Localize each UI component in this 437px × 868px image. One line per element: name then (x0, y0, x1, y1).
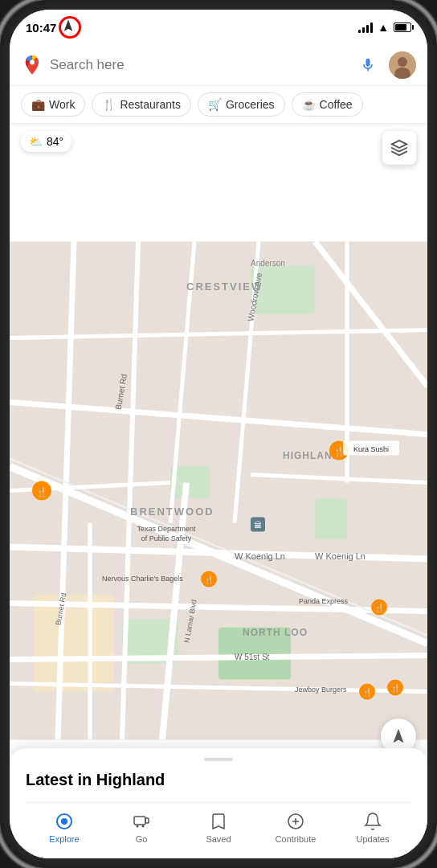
bottom-sheet: Latest in Highland Explore (10, 748, 427, 858)
svg-text:W Koenig Ln: W Koenig Ln (315, 551, 366, 561)
svg-point-67 (142, 825, 145, 828)
categories-bar: 💼 Work 🍴 Restaurants 🛒 Groceries ☕ Coffe… (10, 86, 427, 123)
category-coffee[interactable]: ☕ Coffee (292, 92, 363, 117)
contribute-label: Contribute (276, 834, 317, 844)
go-icon (131, 811, 152, 832)
svg-text:🍴: 🍴 (362, 687, 373, 698)
svg-text:BRENTWOOD: BRENTWOOD (130, 506, 214, 518)
svg-text:🍴: 🍴 (390, 683, 401, 694)
svg-rect-10 (34, 596, 114, 692)
svg-text:Texas Department: Texas Department (137, 525, 196, 533)
nav-explore[interactable]: Explore (40, 811, 88, 844)
nav-updates[interactable]: Updates (349, 811, 397, 844)
svg-text:NORTH LOO: NORTH LOO (243, 627, 308, 638)
coffee-icon: ☕ (302, 98, 316, 111)
nav-saved[interactable]: Saved (194, 811, 243, 844)
groceries-label: Groceries (226, 98, 275, 111)
contribute-icon (285, 811, 306, 832)
phone-frame: 10:47 ▲ (0, 0, 437, 868)
explore-icon (54, 811, 75, 832)
location-circle-highlight (59, 16, 81, 39)
signal-bar-4 (370, 23, 373, 33)
content-area: 💼 Work 🍴 Restaurants 🛒 Groceries ☕ Coffe… (10, 45, 427, 858)
bottom-nav: Explore Go (26, 802, 411, 858)
phone-screen: 10:47 ▲ (10, 10, 427, 858)
svg-text:🍴: 🍴 (204, 575, 214, 585)
search-input-area[interactable] (21, 54, 347, 76)
explore-label: Explore (49, 834, 79, 844)
maps-logo-icon (21, 54, 43, 76)
search-input[interactable] (50, 57, 347, 73)
battery-fill (395, 24, 406, 31)
coffee-label: Coffee (320, 98, 353, 111)
svg-line-14 (10, 656, 427, 660)
layers-button[interactable] (382, 131, 416, 165)
signal-bars (358, 22, 373, 33)
status-left: 10:47 (26, 18, 79, 36)
saved-icon (208, 811, 229, 832)
category-restaurants[interactable]: 🍴 Restaurants (92, 92, 190, 117)
svg-text:Anderson: Anderson (251, 259, 285, 268)
svg-rect-65 (145, 818, 149, 823)
svg-point-63 (61, 818, 67, 825)
svg-text:Panda Express: Panda Express (299, 597, 349, 605)
svg-rect-64 (134, 817, 145, 825)
status-right: ▲ (358, 21, 411, 34)
signal-bar-2 (362, 27, 365, 33)
restaurants-icon: 🍴 (102, 98, 116, 111)
svg-point-66 (137, 825, 139, 828)
status-time: 10:47 (26, 21, 56, 35)
svg-text:W 51st St: W 51st St (235, 653, 270, 661)
battery-icon (394, 23, 411, 32)
svg-text:Jewboy Burgers: Jewboy Burgers (295, 686, 347, 694)
svg-rect-7 (315, 499, 347, 539)
user-avatar[interactable] (389, 51, 416, 79)
groceries-icon: 🛒 (208, 98, 222, 111)
weather-icon: ⛅ (29, 135, 43, 148)
svg-point-0 (30, 60, 35, 65)
signal-bar-1 (358, 30, 361, 33)
svg-text:🍴: 🍴 (36, 486, 47, 497)
svg-text:Nervous Charlie's Bagels: Nervous Charlie's Bagels (102, 575, 183, 583)
updates-label: Updates (357, 834, 390, 844)
svg-text:CRESTVIEW: CRESTVIEW (186, 280, 263, 293)
svg-text:🍴: 🍴 (374, 603, 385, 613)
mic-icon[interactable] (355, 52, 381, 78)
category-work[interactable]: 💼 Work (21, 92, 85, 117)
svg-text:W Koenig Ln: W Koenig Ln (235, 551, 285, 561)
svg-text:of Public Safety: of Public Safety (141, 534, 192, 542)
svg-text:🏛: 🏛 (254, 521, 262, 530)
restaurants-label: Restaurants (120, 98, 180, 111)
saved-label: Saved (206, 834, 231, 844)
nav-contribute[interactable]: Contribute (272, 811, 320, 844)
sheet-handle[interactable] (204, 758, 233, 761)
go-label: Go (136, 834, 148, 844)
signal-bar-3 (366, 25, 369, 33)
work-label: Work (49, 98, 75, 111)
wifi-icon: ▲ (378, 21, 389, 34)
svg-text:Kura Sushi: Kura Sushi (353, 445, 389, 453)
sheet-title: Latest in Highland (26, 771, 411, 789)
svg-point-2 (398, 57, 407, 67)
svg-text:🍴: 🍴 (333, 445, 345, 457)
location-active-indicator (61, 18, 79, 36)
weather-temp: 84° (47, 135, 63, 148)
weather-badge: ⛅ 84° (21, 131, 71, 152)
search-bar[interactable] (10, 45, 427, 86)
work-icon: 💼 (31, 98, 45, 111)
category-groceries[interactable]: 🛒 Groceries (198, 92, 285, 117)
nav-go[interactable]: Go (117, 811, 165, 844)
updates-icon (362, 811, 383, 832)
status-bar: 10:47 ▲ (10, 10, 427, 45)
